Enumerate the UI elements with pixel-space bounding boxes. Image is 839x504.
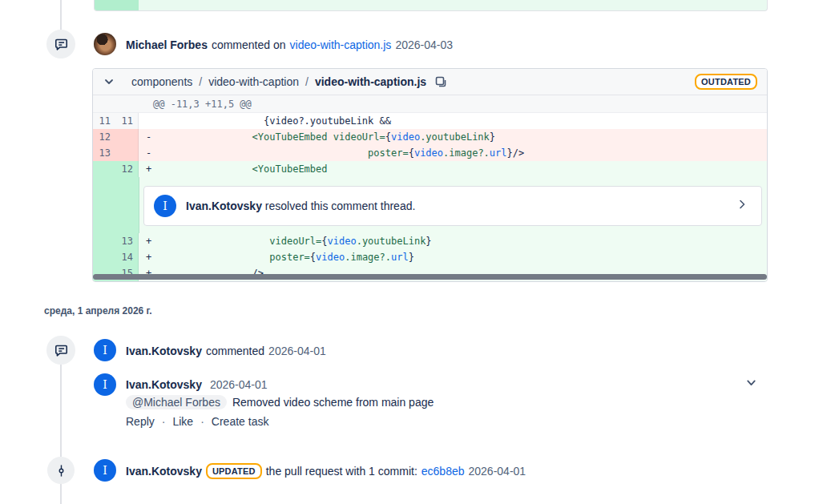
line-number-new xyxy=(115,129,138,145)
diff-lines-top: 1111 {video?.youtubeLink &&12- <YouTubeE… xyxy=(93,113,767,177)
avatar-michael-forbes[interactable] xyxy=(94,33,116,55)
line-number-old xyxy=(93,161,115,177)
file-link[interactable]: video-with-caption.js xyxy=(290,38,392,51)
event-action-text: commented on xyxy=(212,38,286,51)
code-text: poster={video.image?.url}/> xyxy=(159,145,524,161)
line-number-old: 12 xyxy=(93,129,115,145)
line-number-old xyxy=(93,233,115,249)
comment-event-icon xyxy=(46,30,75,58)
diff-line[interactable]: 13+ videoUrl={video.youtubeLink} xyxy=(93,233,767,249)
line-number-gutter: 13 xyxy=(93,233,139,249)
event-update-text: the pull request with 1 commit: xyxy=(266,465,417,478)
previous-diff-gutter xyxy=(95,0,139,10)
chevron-down-icon[interactable] xyxy=(744,376,758,393)
avatar-ivan-kotovsky[interactable]: I xyxy=(94,339,116,361)
comment-action-like[interactable]: Like xyxy=(172,415,193,428)
commit-event-icon xyxy=(47,457,75,484)
event-date: 2026-04-01 xyxy=(268,345,326,357)
line-number-gutter: 13 xyxy=(93,145,139,161)
diff-line[interactable]: 14+ poster={video.image?.url} xyxy=(93,249,767,265)
event-action-text: commented xyxy=(206,345,264,357)
code-text: {video?.youtubeLink && xyxy=(159,113,391,129)
diff-line[interactable]: 12- <YouTubeEmbed videoUrl={video.youtub… xyxy=(93,129,767,145)
hunk-header: @@ -11,3 +11,5 @@ xyxy=(93,95,767,113)
diff-line[interactable]: 13- poster={video.image?.url}/> xyxy=(93,145,767,161)
code-text: <YouTubeEmbed videoUrl={video.youtubeLin… xyxy=(159,129,495,145)
diff-line[interactable]: 12+ <YouTubeEmbed xyxy=(93,161,767,177)
line-number-new: 13 xyxy=(115,233,138,249)
chevron-right-icon[interactable] xyxy=(736,198,748,214)
comment-date: 2026-04-01 xyxy=(210,378,268,391)
line-number-new xyxy=(115,145,138,161)
line-number-old: 11 xyxy=(93,113,115,129)
author-name[interactable]: Michael Forbes xyxy=(126,38,208,51)
action-separator: · xyxy=(162,415,166,428)
comment-action-reply[interactable]: Reply xyxy=(126,415,155,428)
line-number-gutter: 12 xyxy=(93,161,139,177)
comment-action-create-task[interactable]: Create task xyxy=(212,415,269,428)
diff-line[interactable]: 1111 {video?.youtubeLink && xyxy=(93,113,767,129)
comment-text: Removed video scheme from main page xyxy=(232,396,434,409)
comment-event-icon xyxy=(46,336,75,365)
author-name[interactable]: Ivan.Kotovsky xyxy=(126,345,202,357)
comment-actions: Reply·Like·Create task xyxy=(126,415,268,428)
resolved-thread-text: Ivan.Kotovsky resolved this comment thre… xyxy=(186,200,415,212)
pr-activity-page: Michael Forbes commented on video-with-c… xyxy=(0,0,839,504)
avatar-ivan-kotovsky: I xyxy=(154,195,176,217)
code-text: poster={video.image?.url} xyxy=(159,249,414,265)
diff-marker: - xyxy=(139,145,159,161)
diff-marker: - xyxy=(139,129,159,145)
avatar-ivan-kotovsky[interactable]: I xyxy=(94,373,116,396)
author-name[interactable]: Ivan.Kotovsky xyxy=(126,378,202,391)
speech-bubble-icon xyxy=(54,37,69,52)
path-separator: / xyxy=(199,75,202,88)
line-number-new: 12 xyxy=(115,161,138,177)
diff-widget-row: I Ivan.Kotovsky resolved this comment th… xyxy=(93,177,767,233)
code-text: videoUrl={video.youtubeLink} xyxy=(159,233,432,249)
file-path-breadcrumb: components/video-with-caption/video-with… xyxy=(131,75,426,88)
previous-diff-partial xyxy=(94,0,768,11)
diff-card: components/video-with-caption/video-with… xyxy=(92,68,768,282)
action-separator: · xyxy=(200,415,204,428)
updated-badge: UPDATED xyxy=(206,463,262,479)
author-name[interactable]: Ivan.Kotovsky xyxy=(126,465,202,478)
event-comment-line: Ivan.Kotovsky commented 2026-04-01 xyxy=(126,343,326,359)
path-segment: components xyxy=(131,75,192,88)
timeline-line xyxy=(60,0,62,30)
horizontal-scrollbar[interactable] xyxy=(93,274,767,280)
line-number-new: 11 xyxy=(115,113,138,129)
author-name: Ivan.Kotovsky xyxy=(186,200,262,212)
speech-bubble-icon xyxy=(54,343,69,358)
line-number-new: 14 xyxy=(115,249,138,265)
diff-marker: + xyxy=(139,233,159,249)
diff-header: components/video-with-caption/video-with… xyxy=(93,69,767,95)
outdated-badge: OUTDATED xyxy=(695,74,757,90)
line-number-old: 13 xyxy=(93,145,115,161)
comment-author-line: Ivan.Kotovsky 2026-04-01 xyxy=(126,377,268,393)
git-commit-icon xyxy=(54,464,68,478)
event-date: 2026-04-03 xyxy=(395,38,453,51)
line-number-gutter: 12 xyxy=(93,129,139,145)
copy-path-icon[interactable] xyxy=(434,75,447,88)
diff-marker: + xyxy=(139,249,159,265)
event-update-line: Ivan.Kotovsky UPDATED the pull request w… xyxy=(126,463,526,479)
line-number-old xyxy=(93,249,115,265)
timeline-line xyxy=(60,365,62,457)
diff-marker xyxy=(139,113,159,129)
event-date: 2026-04-01 xyxy=(469,465,526,478)
path-segment: video-with-caption.js xyxy=(315,75,426,88)
line-number-gutter: 1111 xyxy=(93,113,139,129)
avatar-ivan-kotovsky[interactable]: I xyxy=(94,459,116,482)
code-text: <YouTubeEmbed xyxy=(159,161,328,177)
resolved-thread-card[interactable]: I Ivan.Kotovsky resolved this comment th… xyxy=(143,186,762,226)
line-number-gutter: 14 xyxy=(93,249,139,265)
path-segment: video-with-caption xyxy=(208,75,299,88)
path-separator: / xyxy=(305,75,309,88)
commit-link[interactable]: ec6b8eb xyxy=(422,465,465,478)
diff-marker: + xyxy=(139,161,159,177)
timeline-line xyxy=(60,484,62,504)
event-comment-file-line: Michael Forbes commented on video-with-c… xyxy=(126,37,453,53)
collapse-chevron-icon[interactable] xyxy=(103,75,115,88)
mention-chip[interactable]: @Michael Forbes xyxy=(126,395,227,409)
comment-text-line: @Michael Forbes Removed video scheme fro… xyxy=(126,393,434,411)
